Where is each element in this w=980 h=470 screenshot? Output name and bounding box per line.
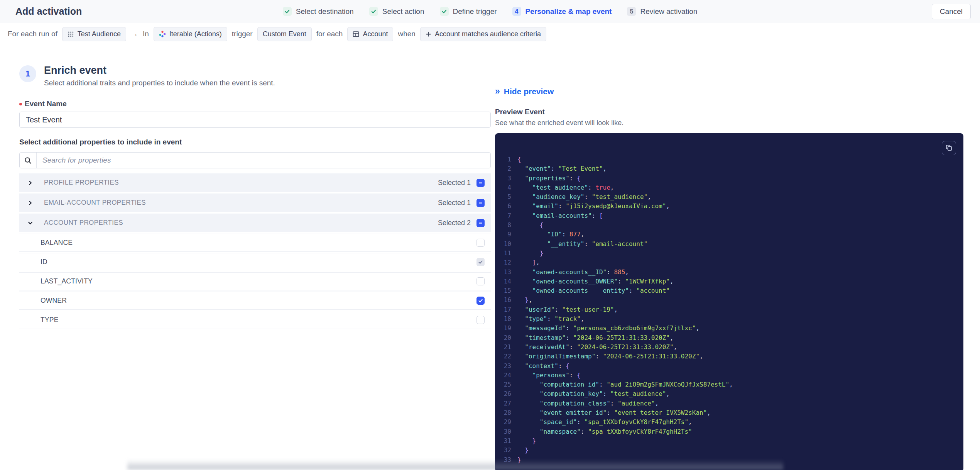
hide-preview-link[interactable]: » Hide preview xyxy=(495,87,554,96)
code-text: "event": "Test Event", xyxy=(517,164,607,173)
line-number: 16 xyxy=(495,295,517,305)
page-title: Add activation xyxy=(15,6,82,17)
code-line: 23 "context": { xyxy=(495,361,956,371)
code-text: "timestamp": "2024-06-25T21:31:33.020Z", xyxy=(517,333,674,343)
property-row-id[interactable]: ID xyxy=(19,253,491,271)
line-number: 15 xyxy=(495,286,517,295)
line-number: 13 xyxy=(495,268,517,277)
code-line: 20 "timestamp": "2024-06-25T21:31:33.020… xyxy=(495,333,956,343)
code-line: 19 "messageId": "personas_cb6zdbo6im9g7x… xyxy=(495,324,956,333)
code-text: "__entity": "email-account" xyxy=(517,239,647,249)
activation-context-bar: For each run ofTest Audience→InIterable … xyxy=(0,23,980,45)
code-text: { xyxy=(517,155,521,164)
step-check-icon xyxy=(369,7,378,16)
code-line: 21 "receivedAt": "2024-06-25T21:31:33.02… xyxy=(495,343,956,352)
step-label: Personalize & map event xyxy=(525,7,612,16)
code-line: 9 "ID": 877, xyxy=(495,230,956,239)
code-line: 7 "email-accounts": [ xyxy=(495,211,956,221)
line-number: 32 xyxy=(495,446,517,455)
code-text: "space_id": "spa_tXXbfoyvCkY8rF47ghH2Ts"… xyxy=(517,417,692,427)
json-code: 1{2 "event": "Test Event",3 "properties"… xyxy=(495,133,963,470)
context-chip-iterable-actions-[interactable]: Iterable (Actions) xyxy=(154,27,227,41)
step-item-1[interactable]: Select destination xyxy=(283,7,354,16)
context-chip-account[interactable]: Account xyxy=(347,27,393,41)
line-number: 31 xyxy=(495,436,517,446)
line-number: 3 xyxy=(495,174,517,183)
property-row-balance[interactable]: BALANCE xyxy=(19,234,491,252)
code-line: 18 "type": "track", xyxy=(495,314,956,324)
code-text: "userId": "test-user-19", xyxy=(517,305,618,314)
context-text: for each xyxy=(316,30,343,38)
line-number: 24 xyxy=(495,371,517,380)
copy-button[interactable] xyxy=(942,141,956,155)
code-line: 4 "test_audience": true, xyxy=(495,183,956,192)
property-checkbox[interactable] xyxy=(476,316,485,324)
group-label: PROFILE PROPERTIES xyxy=(44,179,438,187)
group-header-2[interactable]: ACCOUNT PROPERTIESSelected 2 xyxy=(19,214,491,232)
step-item-5[interactable]: 5Review activation xyxy=(627,7,697,16)
code-line: 22 "originalTimestamp": "2024-06-25T21:3… xyxy=(495,352,956,361)
enrich-column: 1 Enrich event Select additional traits … xyxy=(19,45,491,470)
selected-count: Selected 2 xyxy=(438,219,471,227)
code-text: "audience_key": "test_audience", xyxy=(517,192,651,202)
property-row-type[interactable]: TYPE xyxy=(19,311,491,329)
line-number: 33 xyxy=(495,455,517,465)
code-text: "owned-accounts____entity": "account" xyxy=(517,286,670,295)
property-row-owner[interactable]: OWNER xyxy=(19,292,491,310)
event-name-field[interactable] xyxy=(19,112,491,128)
selected-count: Selected 1 xyxy=(438,179,471,187)
code-text: "owned-accounts__ID": 885, xyxy=(517,268,629,277)
context-text: In xyxy=(143,30,149,38)
code-line: 3 "properties": { xyxy=(495,174,956,183)
line-number: 26 xyxy=(495,389,517,399)
property-checkbox[interactable] xyxy=(476,239,485,247)
property-groups: PROFILE PROPERTIESSelected 1EMAIL-ACCOUN… xyxy=(19,173,491,329)
chevron-down-icon xyxy=(27,220,33,226)
code-line: 15 "owned-accounts____entity": "account" xyxy=(495,286,956,295)
group-header-0[interactable]: PROFILE PROPERTIESSelected 1 xyxy=(19,173,491,192)
code-text: "personas": { xyxy=(517,371,581,380)
line-number: 5 xyxy=(495,192,517,202)
step-check-icon xyxy=(440,7,449,16)
search-input[interactable] xyxy=(37,153,490,168)
stepper: Select destinationSelect actionDefine tr… xyxy=(283,7,698,16)
code-text: } xyxy=(517,446,529,455)
event-preview-code-panel: 1{2 "event": "Test Event",3 "properties"… xyxy=(495,133,963,470)
group-header-1[interactable]: EMAIL-ACCOUNT PROPERTIESSelected 1 xyxy=(19,193,491,212)
property-checkbox[interactable] xyxy=(476,277,485,285)
step-label: Select destination xyxy=(296,7,354,16)
group-checkbox[interactable] xyxy=(476,199,485,207)
context-text: trigger xyxy=(232,30,253,38)
line-number: 11 xyxy=(495,249,517,258)
property-label: TYPE xyxy=(41,316,476,324)
context-chip-account-matches-audience-criteria[interactable]: Account matches audience criteria xyxy=(420,27,546,41)
code-line: 2 "event": "Test Event", xyxy=(495,164,956,173)
cancel-button[interactable]: Cancel xyxy=(932,4,971,19)
context-chip-test-audience[interactable]: Test Audience xyxy=(62,27,126,41)
code-line: 28 "event_emitter_id": "event_tester_IVX… xyxy=(495,408,956,417)
group-checkbox[interactable] xyxy=(476,219,485,227)
line-number: 4 xyxy=(495,183,517,192)
line-number: 6 xyxy=(495,202,517,211)
code-text: "messageId": "personas_cb6zdbo6im9g7xxf7… xyxy=(517,324,700,333)
line-number: 25 xyxy=(495,380,517,389)
code-text: "test_audience": true, xyxy=(517,183,614,192)
required-dot-icon xyxy=(19,103,22,105)
property-checkbox[interactable] xyxy=(476,297,485,305)
code-text: } xyxy=(517,436,536,446)
code-line: 32 } xyxy=(495,446,956,455)
code-line: 14 "owned-accounts__OWNER": "1WCWrTXfkp"… xyxy=(495,277,956,286)
code-line: 26 "computation_key": "test_audience", xyxy=(495,389,956,399)
step-item-4[interactable]: 4Personalize & map event xyxy=(512,7,612,16)
group-checkbox[interactable] xyxy=(476,179,485,187)
property-checkbox[interactable] xyxy=(476,258,485,266)
step-label: Review activation xyxy=(640,7,697,16)
audience-icon xyxy=(68,31,74,37)
property-row-last_activity[interactable]: LAST_ACTIVITY xyxy=(19,272,491,290)
code-text: "computation_key": "test_audience", xyxy=(517,389,670,399)
line-number: 14 xyxy=(495,277,517,286)
code-line: 33} xyxy=(495,455,956,465)
step-item-3[interactable]: Define trigger xyxy=(440,7,497,16)
step-item-2[interactable]: Select action xyxy=(369,7,424,16)
context-chip-custom-event[interactable]: Custom Event xyxy=(257,27,312,41)
